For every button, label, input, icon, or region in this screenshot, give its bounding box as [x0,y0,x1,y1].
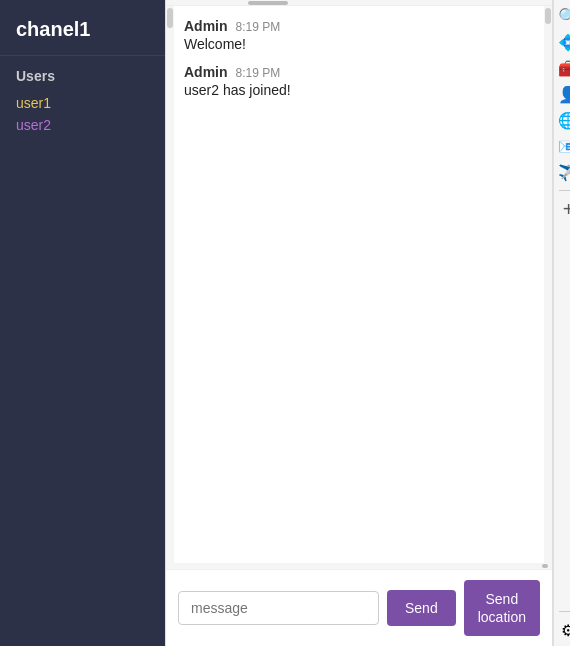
toolbar-divider [559,190,570,191]
message-input[interactable] [178,591,379,625]
users-label: Users [16,68,149,84]
search-icon[interactable]: 🔍 [556,4,570,28]
outlook-icon[interactable]: 📧 [556,134,570,158]
briefcase-icon[interactable]: 🧰 [556,56,570,80]
right-toolbar: 🔍 💠 🧰 👤 🌐 📧 ✈️ + ⚙ [553,0,570,646]
message-group: Admin8:19 PMWelcome! [184,18,530,52]
message-sender: Admin [184,64,228,80]
paper-plane-icon[interactable]: ✈️ [556,160,570,184]
scrollbar-left [166,6,174,563]
sidebar-user-user1[interactable]: user1 [16,92,149,114]
message-group: Admin8:19 PMuser2 has joined! [184,64,530,98]
diamond-icon[interactable]: 💠 [556,30,570,54]
scrollbar-thumb-top [167,8,173,28]
send-location-button[interactable]: Sendlocation [464,580,540,636]
globe-icon[interactable]: 🌐 [556,108,570,132]
messages-container: Admin8:19 PMWelcome!Admin8:19 PMuser2 ha… [174,6,544,563]
sidebar: chanel1 Users user1 user2 [0,0,165,646]
sidebar-user-user2[interactable]: user2 [16,114,149,136]
toolbar-divider-bottom [559,611,570,612]
channel-name: chanel1 [0,0,165,56]
message-sender: Admin [184,18,228,34]
msg-scrollbar-right-thumb [545,8,551,24]
top-scroll-thumb [248,1,288,5]
message-time: 8:19 PM [236,20,281,34]
person-icon[interactable]: 👤 [556,82,570,106]
input-area: Send Sendlocation [166,569,552,646]
message-body: user2 has joined! [184,82,530,98]
messages-wrapper: Admin8:19 PMWelcome!Admin8:19 PMuser2 ha… [166,6,552,563]
main-chat: Admin8:19 PMWelcome!Admin8:19 PMuser2 ha… [165,0,553,646]
message-header: Admin8:19 PM [184,18,530,34]
gear-icon[interactable]: ⚙ [556,618,570,642]
send-button[interactable]: Send [387,590,456,626]
bottom-scroll-thumb [542,564,548,568]
plus-button[interactable]: + [556,197,570,221]
msg-scrollbar-right [544,6,552,563]
message-header: Admin8:19 PM [184,64,530,80]
users-section: Users user1 user2 [0,56,165,142]
message-time: 8:19 PM [236,66,281,80]
message-body: Welcome! [184,36,530,52]
